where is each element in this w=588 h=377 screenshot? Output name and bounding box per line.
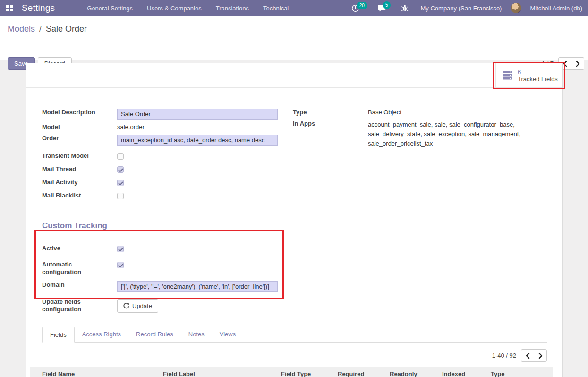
tab-views[interactable]: Views [212, 327, 243, 343]
order-label: Order [42, 133, 113, 147]
tracked-fields-label: Tracked Fields [518, 76, 558, 83]
tracked-fields-icon [503, 71, 513, 80]
user-menu[interactable]: Mitchell Admin (db) [530, 5, 582, 12]
mail-activity-checkbox[interactable] [117, 180, 124, 186]
chevron-right-icon [538, 353, 543, 359]
tab-fields[interactable]: Fields [42, 327, 75, 343]
fields-table: Field Name Field Label Field Type Requir… [30, 367, 553, 377]
column-type[interactable]: Type [488, 367, 534, 377]
order-input[interactable] [117, 135, 278, 146]
fields-table-header-row: Field Name Field Label Field Type Requir… [30, 367, 553, 377]
type-value: Base Object [364, 107, 547, 118]
automatic-configuration-label: Automatic configuration [42, 259, 113, 278]
company-switcher[interactable]: My Company (San Francisco) [416, 5, 507, 12]
column-field-label[interactable]: Field Label [161, 367, 279, 377]
chevron-right-icon [576, 61, 580, 67]
active-checkbox[interactable] [117, 246, 124, 252]
main-menu: General Settings Users & Companies Trans… [81, 0, 295, 16]
column-readonly[interactable]: Readonly [387, 367, 440, 377]
apps-grid-icon [6, 5, 13, 11]
systray: 20 5 My Company (San Francisco) Mitchell… [349, 2, 588, 14]
mail-thread-label: Mail Thread [42, 163, 113, 177]
breadcrumb: Models / Sale Order [8, 24, 87, 34]
mail-thread-checkbox[interactable] [117, 166, 124, 173]
column-required[interactable]: Required [335, 367, 387, 377]
chevron-left-icon [563, 61, 567, 67]
apps-menu-icon[interactable] [0, 5, 19, 11]
button-box: 6 Tracked Fields [26, 63, 562, 88]
model-value: sale.order [113, 121, 277, 133]
column-indexed[interactable]: Indexed [440, 367, 488, 377]
breadcrumb-current: Sale Order [46, 24, 87, 34]
activity-count-badge: 20 [357, 2, 367, 9]
breadcrumb-separator: / [37, 24, 43, 34]
chevron-left-icon [526, 353, 530, 359]
fields-pager-previous-button[interactable] [521, 349, 534, 362]
messages-button[interactable]: 5 [375, 2, 393, 14]
model-info-group: Type Base Object In Apps account_payment… [293, 107, 547, 203]
update-button[interactable]: Update [117, 299, 158, 313]
tab-access-rights[interactable]: Access Rights [75, 327, 128, 343]
model-settings-group: Model Description Model sale.order Order… [42, 107, 277, 203]
breadcrumb-models-link[interactable]: Models [8, 24, 35, 34]
fields-list-pager: 1-40 / 92 [42, 343, 547, 367]
transient-model-label: Transient Model [42, 150, 113, 163]
tab-record-rules[interactable]: Record Rules [128, 327, 181, 343]
transient-model-checkbox[interactable] [117, 153, 124, 160]
mail-activity-label: Mail Activity [42, 177, 113, 190]
type-label: Type [293, 107, 364, 118]
debug-button[interactable] [398, 2, 411, 14]
tracked-fields-count: 6 [518, 69, 558, 76]
in-apps-value: account_payment_sale, sale, sale_configu… [364, 118, 547, 150]
active-label: Active [42, 243, 113, 256]
update-button-label: Update [132, 302, 152, 310]
menu-technical[interactable]: Technical [257, 0, 295, 16]
column-actions [534, 367, 553, 377]
domain-input[interactable] [117, 281, 278, 292]
pager-next-button[interactable] [571, 57, 584, 70]
tab-notes[interactable]: Notes [181, 327, 212, 343]
app-title[interactable]: Settings [22, 3, 55, 13]
column-field-name[interactable]: Field Name [30, 367, 161, 377]
mail-blacklist-label: Mail Blacklist [42, 190, 113, 203]
model-label: Model [42, 121, 113, 133]
activities-button[interactable]: 20 [349, 2, 370, 14]
model-description-input[interactable] [117, 109, 278, 120]
in-apps-label: In Apps [293, 118, 364, 150]
menu-general-settings[interactable]: General Settings [81, 0, 139, 16]
form-sheet: 6 Tracked Fields Model Description Model… [26, 63, 563, 377]
menu-users-companies[interactable]: Users & Companies [141, 0, 208, 16]
control-panel: Models / Sale Order Save Discard 1 / 7 [0, 16, 588, 60]
user-avatar[interactable] [511, 3, 521, 13]
tracked-fields-stat-button[interactable]: 6 Tracked Fields [495, 63, 562, 87]
automatic-configuration-checkbox[interactable] [117, 262, 124, 268]
fields-pager-value: 1-40 / 92 [492, 352, 516, 359]
domain-label: Domain [42, 279, 113, 294]
custom-tracking-title: Custom Tracking [42, 221, 547, 231]
custom-tracking-group: Active Automatic configuration Domain Up… [42, 243, 277, 315]
refresh-icon [123, 303, 129, 309]
message-count-badge: 5 [383, 1, 391, 9]
bug-icon [401, 4, 409, 12]
menu-translations[interactable]: Translations [210, 0, 255, 16]
column-field-type[interactable]: Field Type [279, 367, 335, 377]
notebook-tabs: Fields Access Rights Record Rules Notes … [42, 327, 547, 343]
update-fields-configuration-label: Update fields configuration [42, 296, 113, 315]
model-description-label: Model Description [42, 107, 113, 121]
top-navbar: Settings General Settings Users & Compan… [0, 0, 588, 16]
mail-blacklist-checkbox[interactable] [117, 193, 124, 199]
fields-pager-next-button[interactable] [534, 349, 547, 362]
